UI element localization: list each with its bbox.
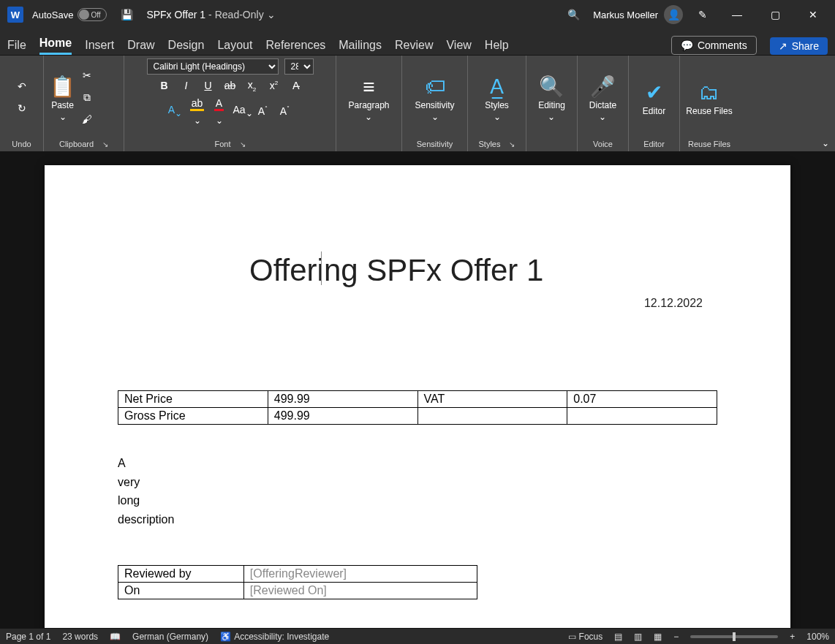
- status-words[interactable]: 23 words: [62, 632, 98, 642]
- zoom-in-button[interactable]: +: [790, 632, 795, 642]
- cell-placeholder[interactable]: [Reviewed On]: [243, 583, 477, 599]
- table-row[interactable]: Gross Price 499.99: [118, 408, 717, 425]
- cell[interactable]: 499.99: [268, 391, 418, 408]
- autosave-toggle[interactable]: AutoSave Off: [32, 8, 107, 21]
- avatar[interactable]: 👤: [664, 5, 683, 24]
- status-page[interactable]: Page 1 of 1: [6, 632, 50, 642]
- styles-launcher-icon[interactable]: ↘: [509, 140, 515, 148]
- tab-mailings[interactable]: Mailings: [339, 36, 382, 55]
- share-button[interactable]: ↗ Share: [770, 37, 828, 55]
- status-language[interactable]: German (Germany): [132, 632, 208, 642]
- text-effects-button[interactable]: A⌄: [167, 104, 184, 118]
- font-color-button[interactable]: A⌄: [211, 97, 227, 126]
- font-name-select[interactable]: Calibri Light (Headings): [147, 58, 279, 75]
- cell-placeholder[interactable]: [OfferingReviewer]: [243, 566, 477, 583]
- shrink-font-button[interactable]: A˅: [277, 105, 293, 117]
- highlight-button[interactable]: ab⌄: [189, 97, 205, 126]
- styles-button[interactable]: A̲ Styles ⌄: [485, 75, 509, 122]
- italic-button[interactable]: I: [178, 80, 194, 91]
- table-row[interactable]: On [Reviewed On]: [118, 583, 477, 599]
- sensitivity-button[interactable]: 🏷 Sensitivity ⌄: [415, 75, 454, 122]
- page-date[interactable]: 12.12.2022: [118, 297, 717, 310]
- view-print-icon[interactable]: ▥: [634, 632, 642, 642]
- font-size-select[interactable]: 28: [284, 58, 314, 75]
- tab-home[interactable]: Home: [39, 34, 72, 55]
- undo-icon[interactable]: ↶: [15, 80, 29, 95]
- cell[interactable]: Reviewed by: [118, 566, 244, 583]
- tab-design[interactable]: Design: [168, 36, 205, 55]
- zoom-slider[interactable]: [690, 635, 778, 638]
- search-icon[interactable]: 🔍: [562, 9, 584, 20]
- paragraph-button[interactable]: ≡ Paragraph ⌄: [348, 75, 389, 122]
- underline-button[interactable]: U: [200, 80, 216, 91]
- grow-font-button[interactable]: A˄: [255, 105, 271, 117]
- status-accessibility[interactable]: ♿ Accessibility: Investigate: [220, 632, 329, 642]
- paste-button[interactable]: 📋 Paste ⌄: [50, 75, 75, 122]
- table-row[interactable]: Net Price 499.99 VAT 0.07: [118, 391, 717, 408]
- description-text[interactable]: A very long description: [118, 454, 717, 529]
- tab-insert[interactable]: Insert: [85, 36, 114, 55]
- superscript-button[interactable]: x2: [266, 80, 282, 91]
- page-title[interactable]: Offering SPFx Offer 1: [249, 253, 717, 288]
- paragraph-icon: ≡: [363, 75, 374, 99]
- zoom-knob[interactable]: [733, 632, 736, 641]
- zoom-out-button[interactable]: −: [673, 632, 679, 642]
- chevron-down-icon[interactable]: ⌄: [267, 9, 276, 20]
- tab-draw[interactable]: Draw: [127, 36, 154, 55]
- desc-line[interactable]: long: [118, 491, 717, 510]
- redo-icon[interactable]: ↻: [15, 102, 29, 117]
- cut-icon[interactable]: ✂: [80, 69, 94, 84]
- view-web-icon[interactable]: ▦: [654, 632, 662, 642]
- tab-review[interactable]: Review: [395, 36, 433, 55]
- cell[interactable]: On: [118, 583, 244, 599]
- minimize-button[interactable]: ―: [722, 9, 752, 20]
- review-table[interactable]: Reviewed by [OfferingReviewer] On [Revie…: [118, 565, 477, 599]
- editing-button[interactable]: 🔍 Editing ⌄: [538, 75, 565, 122]
- format-painter-icon[interactable]: 🖌: [80, 113, 94, 128]
- subscript-button[interactable]: x2: [244, 79, 260, 93]
- price-table[interactable]: Net Price 499.99 VAT 0.07 Gross Price 49…: [118, 390, 717, 425]
- focus-mode-button[interactable]: ▭ Focus: [568, 632, 603, 642]
- tab-file[interactable]: File: [7, 36, 26, 55]
- cell[interactable]: 0.07: [567, 391, 717, 408]
- clear-format-icon[interactable]: A̶: [288, 80, 304, 91]
- page[interactable]: Offering SPFx Offer 1 12.12.2022 Net Pri…: [45, 165, 790, 628]
- cell[interactable]: 499.99: [268, 408, 418, 425]
- status-spellcheck-icon[interactable]: 📖: [110, 632, 121, 642]
- editor-button[interactable]: ✔︎ Editor: [643, 80, 665, 116]
- view-read-icon[interactable]: ▤: [614, 632, 622, 642]
- pen-icon[interactable]: ✎: [692, 9, 714, 20]
- close-button[interactable]: ✕: [798, 9, 828, 20]
- user-account[interactable]: Markus Moeller 👤: [593, 5, 683, 24]
- tab-layout[interactable]: Layout: [217, 36, 252, 55]
- tab-help[interactable]: Help: [485, 36, 509, 55]
- cell[interactable]: [567, 408, 717, 425]
- bold-button[interactable]: B: [156, 80, 173, 91]
- toggle-track[interactable]: Off: [78, 8, 107, 21]
- cell[interactable]: VAT: [418, 391, 567, 408]
- editor-group-label: Editor: [635, 138, 673, 150]
- desc-line[interactable]: A: [118, 454, 717, 473]
- font-launcher-icon[interactable]: ↘: [240, 140, 246, 148]
- document-title[interactable]: SPFx Offer 1 - Read-Only ⌄: [146, 9, 275, 20]
- desc-line[interactable]: description: [118, 510, 717, 529]
- tab-view[interactable]: View: [446, 36, 471, 55]
- table-row[interactable]: Reviewed by [OfferingReviewer]: [118, 566, 477, 583]
- maximize-button[interactable]: ▢: [760, 9, 790, 20]
- dictate-button[interactable]: 🎤 Dictate ⌄: [589, 75, 616, 122]
- save-icon[interactable]: 💾: [116, 9, 137, 20]
- cell[interactable]: [418, 408, 567, 425]
- collapse-ribbon-icon[interactable]: ⌄: [822, 138, 829, 148]
- desc-line[interactable]: very: [118, 473, 717, 492]
- reuse-files-button[interactable]: 🗂 Reuse Files: [686, 80, 732, 116]
- change-case-button[interactable]: Aa⌄: [233, 104, 249, 118]
- document-area[interactable]: Offering SPFx Offer 1 12.12.2022 Net Pri…: [0, 152, 835, 628]
- clipboard-launcher-icon[interactable]: ↘: [102, 140, 108, 148]
- strikethrough-button[interactable]: ab: [222, 80, 238, 91]
- cell[interactable]: Net Price: [118, 391, 268, 408]
- copy-icon[interactable]: ⧉: [80, 91, 94, 106]
- tab-references[interactable]: References: [265, 36, 325, 55]
- comments-button[interactable]: 💬 Comments: [671, 36, 757, 55]
- cell[interactable]: Gross Price: [118, 408, 268, 425]
- zoom-level[interactable]: 100%: [806, 632, 829, 642]
